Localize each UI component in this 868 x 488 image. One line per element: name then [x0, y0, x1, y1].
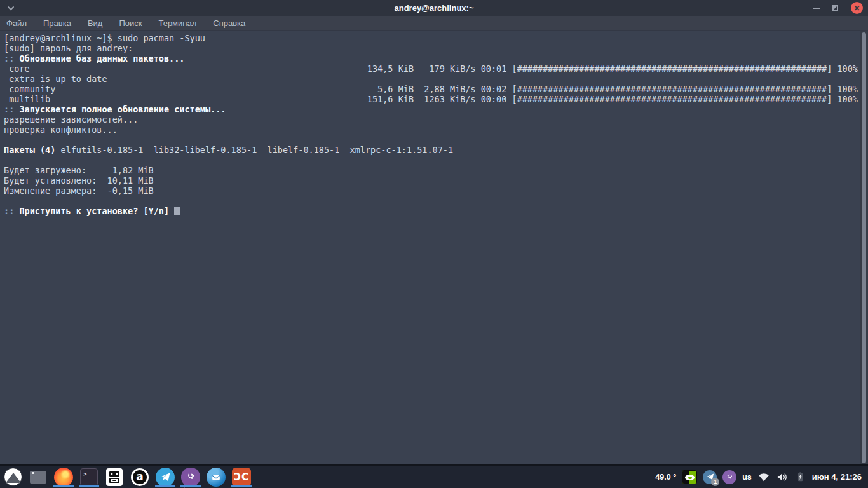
keyboard-layout-indicator[interactable]: us: [742, 473, 752, 482]
terminal-line: [4, 155, 858, 165]
terminal-text: ::: [4, 206, 19, 216]
terminal-text: Запускается полное обновление системы...: [19, 104, 226, 114]
app-menu-icon: [4, 468, 22, 486]
launcher-firefox[interactable]: [51, 466, 76, 488]
wifi-icon[interactable]: [757, 471, 770, 484]
terminal-line: Пакеты (4) elfutils-0.185-1 lib32-libelf…: [4, 145, 858, 155]
launcher-viber[interactable]: [178, 466, 203, 488]
terminal-line: extra is up to date: [4, 74, 858, 84]
launcher-telegram[interactable]: [153, 466, 178, 488]
terminal-line: :: Запускается полное обновление системы…: [4, 104, 858, 114]
dcpp-icon: ƆC: [232, 468, 251, 487]
temperature-indicator[interactable]: 49.0 °: [655, 473, 676, 482]
terminal-text: multilib: [4, 94, 50, 104]
terminal-text: Изменение размера: -0,15 MiB: [4, 186, 154, 196]
menubar: Файл Правка Вид Поиск Терминал Справка: [0, 16, 868, 31]
a-app-icon: a: [131, 468, 149, 486]
terminal-text: community: [4, 84, 55, 94]
scrollbar-thumb[interactable]: [862, 32, 866, 463]
viber-tray-icon[interactable]: [722, 470, 736, 484]
launcher-thunderbird[interactable]: [203, 466, 229, 488]
terminal-line: [andrey@archlinux ~]$ sudo pacman -Syuu: [4, 33, 858, 43]
close-button[interactable]: ✕: [851, 2, 863, 14]
taskbar: >_ a ƆC 4: [0, 464, 868, 488]
terminal-text: [sudo] пароль для andrey:: [4, 43, 133, 53]
viber-icon: [181, 468, 200, 487]
terminal-text: 134,5 KiB 179 KiB/s 00:01 [#############…: [367, 64, 858, 74]
minimize-button[interactable]: [813, 8, 820, 9]
launcher-window-list[interactable]: [25, 466, 51, 488]
terminal-text: core: [4, 64, 30, 74]
terminal-line: :: Приступить к установке? [Y/n]: [4, 206, 858, 216]
terminal-text: проверка конфликтов...: [4, 125, 118, 135]
terminal-text: Приступить к установке? [Y/n]: [19, 206, 174, 216]
terminal-line: Будет загружено: 1,82 MiB: [4, 165, 858, 175]
terminal-line: Будет установлено: 10,11 MiB: [4, 175, 858, 186]
terminal-text: 5,6 MiB 2,88 MiB/s 00:02 [##############…: [367, 84, 858, 94]
launcher-a-app[interactable]: a: [127, 466, 153, 488]
launcher-app-menu[interactable]: [0, 466, 25, 488]
menu-view[interactable]: Вид: [88, 18, 103, 28]
terminal-line: multilib151,6 KiB 1263 KiB/s 00:00 [####…: [4, 94, 858, 104]
terminal-line: [sudo] пароль для andrey:: [4, 43, 858, 53]
window-titlebar[interactable]: andrey@archlinux:~ ✕: [0, 0, 868, 16]
menu-search[interactable]: Поиск: [119, 18, 142, 28]
terminal-line: :: Обновление баз данных пакетов...: [4, 53, 858, 64]
maximize-button[interactable]: [832, 5, 838, 11]
terminal-output[interactable]: [andrey@archlinux ~]$ sudo pacman -Syuu[…: [0, 31, 868, 464]
telegram-tray-icon[interactable]: 1: [703, 470, 717, 484]
nvidia-tray-icon[interactable]: [682, 470, 697, 484]
terminal-line: community 5,6 MiB 2,88 MiB/s 00:02 [####…: [4, 84, 858, 94]
menu-help[interactable]: Справка: [213, 18, 245, 28]
terminal-line: разрешение зависимостей...: [4, 114, 858, 125]
menu-file[interactable]: Файл: [6, 18, 27, 28]
thunderbird-icon: [207, 468, 226, 487]
clock[interactable]: июн 4, 21:26: [812, 472, 862, 482]
terminal-text: ::: [4, 104, 19, 114]
terminal-text: Обновление баз данных пакетов...: [19, 53, 184, 64]
menu-terminal[interactable]: Терминал: [158, 18, 196, 28]
terminal-line: проверка конфликтов...: [4, 125, 858, 135]
terminal-text: разрешение зависимостей...: [4, 114, 138, 125]
telegram-icon: [156, 468, 175, 487]
battery-charging-icon[interactable]: [794, 471, 806, 483]
launcher-dcpp[interactable]: ƆC: [229, 466, 254, 488]
terminal-line: [4, 135, 858, 145]
terminal-text: Будет установлено: 10,11 MiB: [4, 175, 154, 186]
menu-edit[interactable]: Правка: [43, 18, 71, 28]
terminal-text: Пакеты (4): [4, 145, 55, 155]
telegram-unread-badge: 1: [711, 478, 719, 486]
terminal-cursor: [174, 207, 180, 215]
terminal-text: extra is up to date: [4, 74, 107, 84]
terminal-line: core134,5 KiB 179 KiB/s 00:01 [#########…: [4, 64, 858, 74]
terminal-line: [4, 196, 858, 206]
window-icon: [30, 471, 46, 484]
terminal-text: elfutils-0.185-1 lib32-libelf-0.185-1 li…: [55, 145, 453, 155]
firefox-icon: [54, 468, 73, 487]
window-title: andrey@archlinux:~: [0, 0, 868, 16]
volume-icon[interactable]: [776, 471, 789, 484]
terminal-text: [andrey@archlinux ~]$ sudo pacman -Syuu: [4, 33, 205, 43]
terminal-line: Изменение размера: -0,15 MiB: [4, 186, 858, 196]
terminal-icon: >_: [80, 468, 98, 486]
terminal-text: ::: [4, 53, 19, 64]
system-tray: 49.0 ° 1 us: [655, 470, 868, 484]
terminal-text: Будет загружено: 1,82 MiB: [4, 165, 154, 175]
launcher-file-manager[interactable]: [102, 466, 127, 488]
launcher-terminal[interactable]: >_: [76, 466, 102, 488]
scrollbar-track[interactable]: [860, 31, 868, 464]
terminal-text: 151,6 KiB 1263 KiB/s 00:00 [############…: [367, 94, 858, 104]
file-manager-icon: [106, 468, 123, 486]
